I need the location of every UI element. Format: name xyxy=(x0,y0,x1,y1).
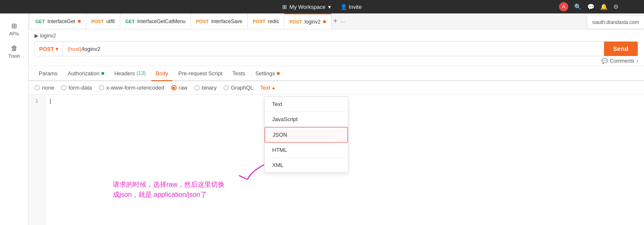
method-label: POST xyxy=(39,46,54,52)
radio-graphql[interactable]: GraphQL xyxy=(223,85,253,91)
radio-dot-graphql xyxy=(223,85,229,90)
subtab-headers[interactable]: Headers (13) xyxy=(110,66,150,81)
radio-none[interactable]: none xyxy=(34,85,54,91)
tab-dot-5 xyxy=(323,20,326,23)
avatar-icon[interactable]: A xyxy=(559,2,568,11)
tab-utf8[interactable]: POST utf8 xyxy=(86,13,120,29)
tab-dot-0 xyxy=(78,20,81,23)
settings-icon[interactable]: ⚙ xyxy=(613,3,619,10)
sidebar-item-apis[interactable]: ⊞ APIs xyxy=(0,18,28,40)
sidebar: ⊞ APIs 🗑 Trash xyxy=(0,13,29,225)
breadcrumb-name: loginv2 xyxy=(40,33,56,39)
tabs-bar: GET InterfaceGet POST utf8 GET Interface… xyxy=(29,13,644,29)
dropdown-item-json[interactable]: JSON xyxy=(265,127,348,143)
cursor: | xyxy=(49,98,52,104)
breadcrumb-arrow: ▶ xyxy=(34,33,38,39)
radio-dot-urlencoded xyxy=(99,85,104,90)
bell-icon[interactable]: 🔔 xyxy=(600,3,607,10)
workspace-icon: ⊞ xyxy=(282,4,287,10)
tab-interface-get[interactable]: GET InterfaceGet xyxy=(30,13,86,29)
dropdown-arrow-icon: ▲ xyxy=(271,85,276,90)
add-tab-btn[interactable]: + xyxy=(333,17,338,26)
url-host: {host} xyxy=(67,46,81,52)
tab-loginv2[interactable]: POST loginv2 xyxy=(284,13,331,29)
tab-interface-getcat[interactable]: GET InterfaceGetCatMenu xyxy=(120,13,191,29)
subtab-authorization[interactable]: Authorization xyxy=(64,66,109,81)
dropdown-item-html[interactable]: HTML xyxy=(265,143,348,158)
request-section: ▶ loginv2 POST ▾ {host}/loginv2 Send xyxy=(29,29,644,56)
method-select[interactable]: POST ▾ xyxy=(35,42,63,56)
subtab-settings[interactable]: Settings xyxy=(251,66,284,81)
line-numbers: 1 xyxy=(29,95,45,225)
method-dropdown-icon: ▾ xyxy=(56,46,58,52)
url-path: /loginv2 xyxy=(82,46,101,52)
text-type-dropdown[interactable]: Text ▲ xyxy=(260,85,276,91)
subtab-tests[interactable]: Tests xyxy=(228,66,249,81)
search-icon[interactable]: 🔍 xyxy=(574,3,581,10)
settings-dot xyxy=(277,72,280,75)
workspace-dropdown-icon[interactable]: ▾ xyxy=(328,4,331,10)
dropdown-item-javascript[interactable]: JavaScript xyxy=(265,112,348,127)
top-bar-actions: A 🔍 💬 🔔 ⚙ xyxy=(559,2,619,11)
tab-actions: + ··· xyxy=(333,17,345,26)
tab-redis[interactable]: POST redis xyxy=(248,13,284,29)
body-type-row: none form-data x-www-form-urlencoded raw… xyxy=(29,81,644,95)
tab-interface-save[interactable]: POST InterfaceSave xyxy=(191,13,248,29)
trash-icon: 🗑 xyxy=(11,45,18,52)
dropdown-item-text[interactable]: Text xyxy=(265,97,348,112)
radio-dot-raw xyxy=(171,85,177,90)
radio-dot-none xyxy=(34,85,40,90)
auth-dot xyxy=(101,72,104,75)
domain-display: oauth.diandaxia.com xyxy=(587,16,644,29)
dropdown-item-xml[interactable]: XML xyxy=(265,158,348,172)
breadcrumb: ▶ loginv2 xyxy=(34,33,638,39)
chat-icon[interactable]: 💬 xyxy=(587,3,594,10)
comments-bar: 💬 Comments › xyxy=(29,56,644,66)
comments-icon: 💬 xyxy=(602,58,608,64)
sub-tabs: Params Authorization Headers (13) Body P… xyxy=(29,66,644,81)
radio-dot-binary xyxy=(194,85,200,90)
format-dropdown-menu: Text JavaScript JSON HTML XML xyxy=(264,96,348,173)
url-input[interactable]: {host}/loginv2 xyxy=(63,46,604,52)
main-content: GET InterfaceGet POST utf8 GET Interface… xyxy=(29,13,644,225)
request-bar: POST ▾ {host}/loginv2 Send xyxy=(34,41,638,56)
subtab-prerequest[interactable]: Pre-request Script xyxy=(174,66,227,81)
comments-button[interactable]: 💬 Comments › xyxy=(602,58,638,64)
radio-raw[interactable]: raw xyxy=(171,85,188,91)
subtab-body[interactable]: Body xyxy=(151,66,172,81)
top-bar: ⊞ My Workspace ▾ 👤 Invite A 🔍 💬 🔔 ⚙ xyxy=(0,0,644,13)
more-tabs-btn[interactable]: ··· xyxy=(340,18,345,25)
radio-form-data[interactable]: form-data xyxy=(61,85,92,91)
radio-dot-form-data xyxy=(61,85,66,90)
apis-icon: ⊞ xyxy=(11,22,17,30)
main-layout: ⊞ APIs 🗑 Trash GET InterfaceGet POST utf… xyxy=(0,13,644,225)
workspace-title: ⊞ My Workspace ▾ 👤 Invite xyxy=(282,4,362,10)
comments-chevron: › xyxy=(636,58,638,64)
invite-btn[interactable]: 👤 Invite xyxy=(340,4,362,10)
send-button[interactable]: Send xyxy=(604,42,638,56)
invite-icon: 👤 xyxy=(340,4,347,10)
radio-binary[interactable]: binary xyxy=(194,85,217,91)
subtab-params[interactable]: Params xyxy=(34,66,62,81)
radio-urlencoded[interactable]: x-www-form-urlencoded xyxy=(99,85,164,91)
sidebar-item-trash[interactable]: 🗑 Trash xyxy=(0,40,28,63)
